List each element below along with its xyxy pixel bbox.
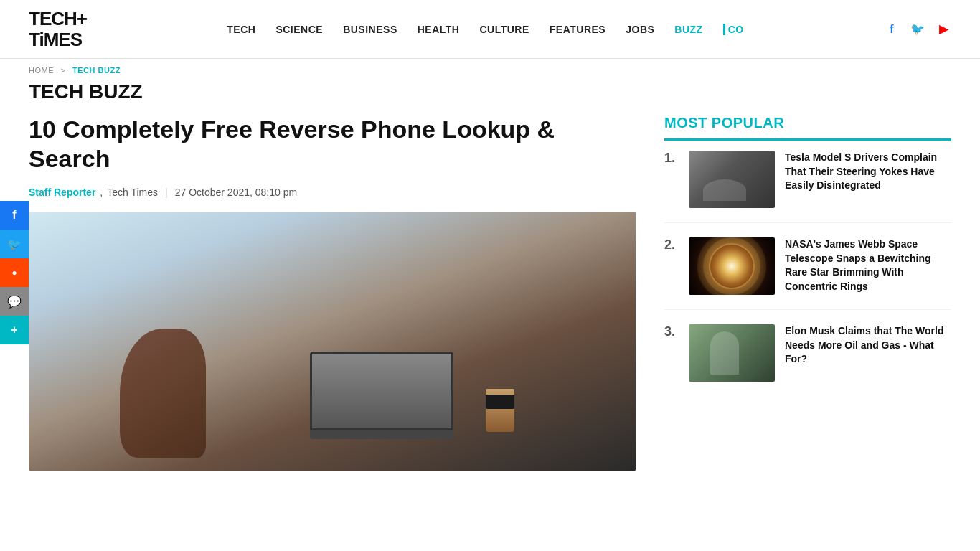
popular-number-3: 3. [664,324,679,340]
site-logo[interactable]: TECH+ TiMES [29,9,87,50]
laptop-graphic [310,352,453,445]
coffee-graphic [486,389,514,432]
popular-item-1[interactable]: 1. Tesla Model S Drivers Complain That T… [664,151,951,223]
nav-jobs[interactable]: JOBS [626,24,654,35]
article-meta: Staff Reporter , Tech Times | 27 October… [29,187,636,198]
breadcrumb-current: TECH BUZZ [72,66,121,75]
nav-science[interactable]: SCIENCE [275,24,323,35]
popular-thumb-1 [689,151,775,208]
nav-business[interactable]: BUSINESS [343,24,397,35]
header-twitter-icon[interactable]: 🐦 [910,22,925,37]
elon-thumbnail [689,324,775,382]
popular-text-1: Tesla Model S Drivers Complain That Thei… [785,151,951,193]
social-float-chat[interactable]: 💬 [0,287,29,316]
social-float-sidebar: f 🐦 ● 💬 + [0,201,29,344]
popular-thumb-2 [689,237,775,295]
site-header: TECH+ TiMES TECH SCIENCE BUSINESS HEALTH… [0,0,980,59]
header-social-icons: f 🐦 ▶ [884,22,951,37]
nav-tech[interactable]: TECH [227,24,255,35]
popular-item-2[interactable]: 2. NASA's James Webb Space Telescope Sna… [664,237,951,310]
social-float-twitter[interactable]: 🐦 [0,230,29,258]
popular-thumb-3 [689,324,775,382]
phone-graphic [120,329,206,458]
article-publication-sep: , [100,187,103,198]
article-title: 10 Completely Free Reverse Phone Lookup … [29,115,636,174]
main-nav: TECH SCIENCE BUSINESS HEALTH CULTURE FEA… [227,24,743,35]
nav-co[interactable]: CO [723,24,744,35]
social-float-facebook[interactable]: f [0,201,29,230]
header-youtube-icon[interactable]: ▶ [936,22,951,37]
social-float-reddit[interactable]: ● [0,258,29,287]
article-meta-divider: | [165,187,168,198]
nav-features[interactable]: FEATURES [550,24,606,35]
main-layout: 10 Completely Free Reverse Phone Lookup … [0,115,980,471]
nav-health[interactable]: HEALTH [418,24,460,35]
most-popular-title: MOST POPULAR [664,115,951,141]
nasa-thumbnail [689,237,775,295]
popular-number-2: 2. [664,237,679,253]
article-area: 10 Completely Free Reverse Phone Lookup … [29,115,636,471]
breadcrumb-home[interactable]: HOME [29,66,54,75]
header-facebook-icon[interactable]: f [884,22,900,37]
popular-number-1: 1. [664,151,679,166]
nav-culture[interactable]: CULTURE [479,24,529,35]
breadcrumb: HOME > TECH BUZZ [0,59,980,77]
tesla-thumbnail [689,151,775,208]
popular-text-3: Elon Musk Claims that The World Needs Mo… [785,324,951,367]
page-title: TECH BUZZ [0,77,980,115]
social-float-plus[interactable]: + [0,316,29,344]
popular-item-3[interactable]: 3. Elon Musk Claims that The World Needs… [664,324,951,396]
article-author[interactable]: Staff Reporter [29,187,95,198]
article-date: 27 October 2021, 08:10 pm [175,187,297,198]
article-image [29,212,636,471]
popular-text-2: NASA's James Webb Space Telescope Snaps … [785,237,951,293]
breadcrumb-separator: > [61,66,66,75]
sidebar: MOST POPULAR 1. Tesla Model S Drivers Co… [664,115,951,471]
article-publication: Tech Times [107,187,158,198]
nav-buzz[interactable]: BUZZ [674,24,702,35]
article-image-bg [29,212,636,471]
